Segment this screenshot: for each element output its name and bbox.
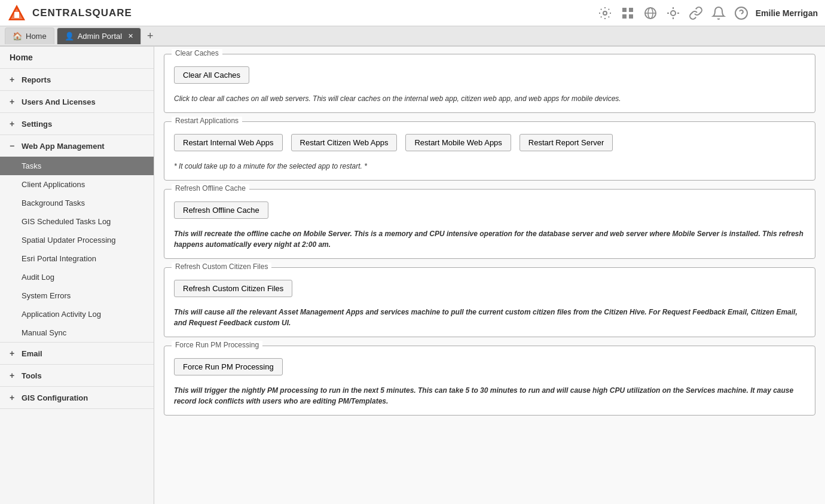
force-run-pm-processing-button[interactable]: Force Run PM Processing <box>174 358 283 375</box>
refresh-citizen-buttons: Refresh Custom Citizen Files <box>174 280 805 302</box>
topbar-right: Emilie Merrigan <box>597 5 818 22</box>
reports-toggle-icon: + <box>10 75 18 84</box>
section-title-refresh-custom-citizen: Refresh Custom Citizen Files <box>172 262 271 271</box>
refresh-offline-buttons: Refresh Offline Cache <box>174 201 805 224</box>
admin-tab-icon: 👤 <box>65 32 74 41</box>
webappmgmt-subitems: Tasks Client Applications Background Tas… <box>0 157 154 342</box>
main-layout: Home + Reports + Users And Licenses + Se… <box>0 47 825 504</box>
sidebar-group-users: + Users And Licenses <box>0 91 154 113</box>
section-title-force-run-pm: Force Run PM Processing <box>172 341 262 349</box>
section-force-run-pm: Force Run PM Processing Force Run PM Pro… <box>164 346 815 416</box>
admin-tab-label: Admin Portal <box>78 32 122 41</box>
logo-icon <box>7 4 26 23</box>
gis-config-label: GIS Configuration <box>22 393 88 402</box>
sidebar-group-header-tools[interactable]: + Tools <box>0 365 154 386</box>
globe-icon[interactable] <box>642 5 659 22</box>
sidebar-item-system-errors[interactable]: System Errors <box>0 286 154 305</box>
email-label: Email <box>22 349 42 358</box>
users-toggle-icon: + <box>10 97 18 106</box>
grid-icon[interactable] <box>619 5 636 22</box>
tab-close-icon[interactable]: ✕ <box>128 32 133 40</box>
sidebar-group-header-users[interactable]: + Users And Licenses <box>0 91 154 112</box>
refresh-offline-cache-button[interactable]: Refresh Offline Cache <box>174 201 268 219</box>
section-refresh-custom-citizen: Refresh Custom Citizen Files Refresh Cus… <box>164 267 815 337</box>
sidebar-group-header-reports[interactable]: + Reports <box>0 69 154 90</box>
home-tab-icon: 🏠 <box>13 32 22 41</box>
section-title-clear-caches: Clear Caches <box>172 49 222 57</box>
gis-config-toggle-icon: + <box>10 393 18 402</box>
restart-internal-web-apps-button[interactable]: Restart Internal Web Apps <box>174 134 283 151</box>
svg-rect-7 <box>629 14 633 19</box>
section-content-restart-apps: Restart Internal Web Apps Restart Citize… <box>174 134 805 172</box>
home-tab-label: Home <box>26 32 47 41</box>
restart-mobile-web-apps-button[interactable]: Restart Mobile Web Apps <box>405 134 511 151</box>
restart-report-server-button[interactable]: Restart Report Server <box>520 134 613 151</box>
restart-apps-buttons: Restart Internal Web Apps Restart Citize… <box>174 134 805 156</box>
sidebar-item-background-tasks[interactable]: Background Tasks <box>0 194 154 212</box>
section-content-refresh-citizen: Refresh Custom Citizen Files This will c… <box>174 280 805 328</box>
tools-label: Tools <box>22 371 42 380</box>
content-area: Clear Caches Clear All Caches Click to c… <box>154 47 825 504</box>
refresh-citizen-desc: This will cause all the relevant Asset M… <box>174 307 805 328</box>
sidebar-group-tools: + Tools <box>0 365 154 387</box>
sidebar-group-webappmgmt: − Web App Management Tasks Client Applic… <box>0 135 154 343</box>
webappmgmt-toggle-icon: − <box>10 141 18 151</box>
refresh-offline-desc: This will recreate the offline cache on … <box>174 228 805 250</box>
clear-caches-desc: Click to clear all caches on all web ser… <box>174 93 805 104</box>
sidebar-item-audit-log[interactable]: Audit Log <box>0 268 154 286</box>
force-run-pm-buttons: Force Run PM Processing <box>174 358 805 380</box>
sidebar-group-gis-config: + GIS Configuration <box>0 387 154 409</box>
sidebar-group-email: + Email <box>0 343 154 365</box>
help-icon[interactable] <box>733 5 750 22</box>
link-icon[interactable] <box>688 5 704 22</box>
clear-caches-buttons: Clear All Caches <box>174 66 805 88</box>
sidebar-group-header-settings[interactable]: + Settings <box>0 113 154 135</box>
section-clear-caches: Clear Caches Clear All Caches Click to c… <box>164 54 815 113</box>
restart-apps-desc: * It could take up to a minute for the s… <box>174 161 805 172</box>
clear-all-caches-button[interactable]: Clear All Caches <box>174 66 249 84</box>
svg-rect-4 <box>622 8 627 12</box>
users-label: Users And Licenses <box>22 97 96 106</box>
user-name: Emilie Merrigan <box>756 8 818 18</box>
sidebar-group-reports: + Reports <box>0 69 154 91</box>
settings-label: Settings <box>22 120 52 129</box>
tab-home[interactable]: 🏠 Home <box>5 28 54 44</box>
settings2-icon[interactable] <box>665 5 682 22</box>
sidebar-item-tasks[interactable]: Tasks <box>0 157 154 175</box>
svg-rect-6 <box>622 14 627 19</box>
section-content-clear-caches: Clear All Caches Click to clear all cach… <box>174 66 805 104</box>
sidebar-group-header-email[interactable]: + Email <box>0 343 154 364</box>
sidebar: Home + Reports + Users And Licenses + Se… <box>0 47 154 504</box>
settings-toggle-icon: + <box>10 119 18 129</box>
svg-point-11 <box>671 11 676 16</box>
sidebar-item-manual-sync[interactable]: Manual Sync <box>0 323 154 342</box>
svg-rect-5 <box>629 8 633 12</box>
topbar-left: CENTRALSQUARE <box>7 4 132 23</box>
section-refresh-offline-cache: Refresh Offline Cache Refresh Offline Ca… <box>164 189 815 259</box>
tab-admin-portal[interactable]: 👤 Admin Portal ✕ <box>57 28 141 44</box>
force-run-pm-desc: This will trigger the nightly PM process… <box>174 385 805 407</box>
webappmgmt-label: Web App Management <box>22 142 105 151</box>
section-title-restart-applications: Restart Applications <box>172 117 242 125</box>
bell-icon[interactable] <box>710 5 727 22</box>
sidebar-group-header-gis-config[interactable]: + GIS Configuration <box>0 387 154 408</box>
sidebar-group-header-webappmgmt[interactable]: − Web App Management <box>0 135 154 157</box>
tabbar: 🏠 Home 👤 Admin Portal ✕ + <box>0 26 825 47</box>
tools-toggle-icon: + <box>10 371 18 380</box>
reports-label: Reports <box>22 75 51 84</box>
gear-icon[interactable] <box>597 5 613 22</box>
sidebar-item-client-applications[interactable]: Client Applications <box>0 175 154 194</box>
sidebar-item-application-activity-log[interactable]: Application Activity Log <box>0 305 154 323</box>
topbar: CENTRALSQUARE Emilie Merrigan <box>0 0 825 26</box>
restart-citizen-web-apps-button[interactable]: Restart Citizen Web Apps <box>291 134 398 151</box>
sidebar-item-esri-portal-integration[interactable]: Esri Portal Integration <box>0 249 154 268</box>
section-title-refresh-offline-cache: Refresh Offline Cache <box>172 184 249 193</box>
sidebar-item-spatial-updater-processing[interactable]: Spatial Updater Processing <box>0 231 154 249</box>
refresh-custom-citizen-files-button[interactable]: Refresh Custom Citizen Files <box>174 280 292 297</box>
sidebar-group-settings: + Settings <box>0 113 154 135</box>
sidebar-home[interactable]: Home <box>0 47 154 69</box>
tab-add-button[interactable]: + <box>143 30 157 42</box>
sidebar-item-gis-scheduled-tasks-log[interactable]: GIS Scheduled Tasks Log <box>0 212 154 231</box>
section-restart-applications: Restart Applications Restart Internal We… <box>164 121 815 181</box>
brand-name: CENTRALSQUARE <box>32 7 132 19</box>
